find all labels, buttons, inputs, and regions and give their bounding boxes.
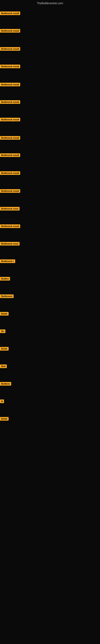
- bottleneck-badge-11: Bottleneck result: [0, 189, 20, 193]
- bottleneck-badge-12: Bottleneck resul: [0, 207, 20, 210]
- bottleneck-badge-24: Bottle: [0, 417, 9, 420]
- bottleneck-badge-17: Bottleneck: [0, 294, 14, 298]
- bottleneck-badge-13: Bottleneck result: [0, 224, 20, 228]
- bottleneck-badge-23: B: [0, 400, 4, 403]
- bottleneck-badge-16: Bottlen: [0, 277, 10, 280]
- bottleneck-badge-18: Bottle: [0, 312, 9, 316]
- bottleneck-badge-4: Bottleneck result: [0, 64, 20, 68]
- bottleneck-badge-20: Bottle: [0, 347, 9, 350]
- bottleneck-badge-14: Bottleneck resul: [0, 242, 20, 246]
- site-title: TheBottlenecker.com: [0, 0, 100, 6]
- bottleneck-badge-5: Bottleneck result: [0, 83, 20, 86]
- bottleneck-badge-8: Bottleneck result: [0, 136, 20, 140]
- bottleneck-badge-7: Bottleneck result: [0, 118, 20, 121]
- bottleneck-badge-6: Bottleneck result: [0, 100, 20, 104]
- bottleneck-badge-9: Bottleneck result: [0, 153, 20, 157]
- bottleneck-badge-19: Bo: [0, 330, 5, 333]
- bottleneck-badge-15: Bottleneck r: [0, 260, 15, 263]
- bottleneck-badge-1: Bottleneck result: [0, 12, 20, 15]
- bottleneck-badge-3: Bottleneck result: [0, 47, 20, 51]
- bottleneck-badge-21: Bott: [0, 364, 7, 368]
- bottleneck-badge-2: Bottleneck result: [0, 29, 20, 32]
- bottleneck-badge-22: Bottlene: [0, 382, 11, 386]
- bottleneck-badge-10: Bottleneck result: [0, 171, 20, 175]
